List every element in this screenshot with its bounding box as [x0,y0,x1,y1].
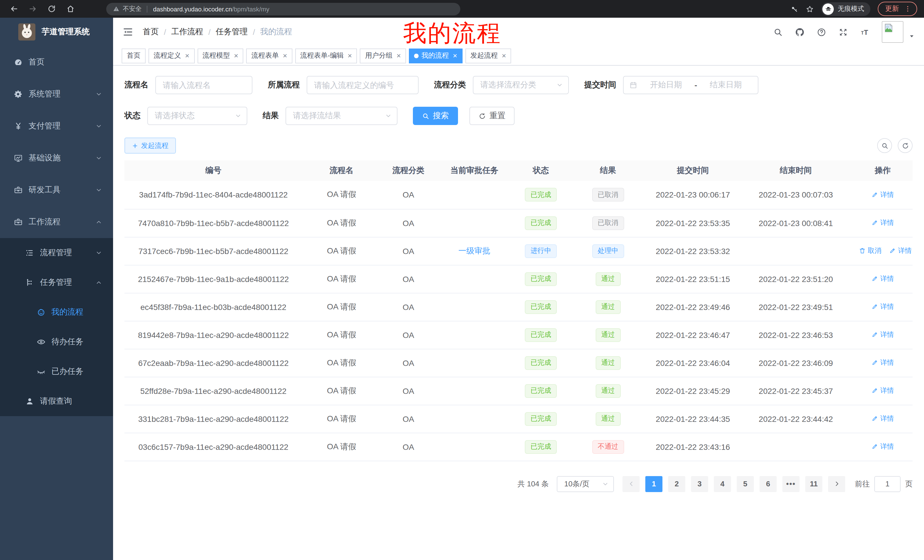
detail-link[interactable]: 详情 [872,302,894,312]
avatar[interactable] [882,21,903,43]
page-button-11[interactable]: 11 [805,476,822,492]
category-select[interactable]: 请选择流程分类 [473,76,569,94]
cell-end-time: 2022-01-22 23:46:53 [739,321,853,349]
result-select[interactable]: 请选择流结果 [285,107,398,125]
filter-label-submit-time: 提交时间 [584,80,616,90]
detail-link[interactable]: 详情 [872,218,894,228]
detail-link[interactable]: 详情 [872,330,894,340]
sidebar-item-11[interactable]: 请假查询 [0,386,113,416]
search-button[interactable]: 搜索 [413,107,458,125]
jump-suffix: 页 [905,479,913,489]
page-button-1[interactable]: 1 [645,476,663,492]
sidebar-item-5[interactable]: 工作流程 [0,206,113,238]
tab-1[interactable]: 流程定义× [148,48,195,63]
tab-close-icon[interactable]: × [234,52,238,59]
browser-update-button[interactable]: 更新 [878,2,917,16]
breadcrumb-item[interactable]: 首页 [143,27,159,37]
avatar-caret-icon[interactable] [909,33,915,39]
tab-close-icon[interactable]: × [502,52,506,59]
jump-page-input[interactable] [874,476,901,492]
page-button-2[interactable]: 2 [668,476,685,492]
cell-task [436,349,513,377]
tab-6[interactable]: 我的流程× [409,48,462,63]
tab-7[interactable]: 发起流程× [465,48,511,63]
sidebar-item-7[interactable]: 任务管理 [0,268,113,297]
browser-menu-dots-icon[interactable] [904,5,911,13]
create-process-button[interactable]: 发起流程 [124,138,176,154]
tab-close-icon[interactable]: × [348,52,352,59]
cell-result: 通过 [569,405,647,433]
refresh-table-button[interactable] [898,138,913,153]
tab-3[interactable]: 流程表单× [246,48,292,63]
tab-close-icon[interactable]: × [185,52,189,59]
sidebar-item-6[interactable]: 流程管理 [0,238,113,268]
sidebar-item-10[interactable]: 已办任务 [0,357,113,386]
detail-link[interactable]: 详情 [872,358,894,368]
detail-link[interactable]: 详情 [872,442,894,452]
process-name-input[interactable] [155,76,252,94]
cancel-link[interactable]: 取消 [859,246,882,256]
breadcrumb-item[interactable]: 任务管理 [216,27,248,37]
github-icon[interactable] [795,27,805,37]
security-label[interactable]: 不安全 [123,4,142,13]
sidebar-item-2[interactable]: 支付管理 [0,110,113,142]
status-badge: 通过 [596,384,621,398]
status-select[interactable]: 请选择状态 [147,107,247,125]
browser-forward-icon[interactable] [26,2,39,16]
help-icon[interactable] [817,27,826,37]
sidebar-item-4[interactable]: 研发工具 [0,174,113,206]
sidebar-item-1[interactable]: 系统管理 [0,78,113,110]
column-header: 流程名 [302,160,381,181]
password-key-icon[interactable] [790,5,798,13]
tab-5[interactable]: 用户分组× [360,48,406,63]
status-badge: 通过 [596,300,621,314]
detail-link[interactable]: 详情 [872,386,894,395]
page-button-4[interactable]: 4 [714,476,731,492]
op-label: 详情 [880,330,894,340]
detail-link[interactable]: 详情 [872,190,894,199]
tab-close-icon[interactable]: × [453,52,457,59]
next-page-button[interactable] [828,476,845,492]
browser-home-icon[interactable] [63,2,77,16]
browser-reload-icon[interactable] [45,2,58,16]
browser-back-icon[interactable] [7,2,21,16]
sidebar-item-9[interactable]: 待办任务 [0,327,113,357]
cell-id: 819442e8-7b9a-11ec-a290-acde48001122 [124,321,302,349]
header-search-icon[interactable] [773,27,783,37]
workflow-submenu: 流程管理任务管理我的流程待办任务已办任务请假查询 [0,238,113,416]
address-bar[interactable]: 不安全 dashboard.yudao.iocoder.cn/bpm/task/… [106,3,460,15]
tab-4[interactable]: 流程表单-编辑× [295,48,357,63]
tab-close-icon[interactable]: × [283,52,287,59]
breadcrumb-item[interactable]: 工作流程 [171,27,203,37]
sidebar-toggle-icon[interactable] [122,26,134,38]
sidebar-item-3[interactable]: 基础设施 [0,142,113,174]
sidebar-logo-row[interactable]: 芋道管理系统 [0,18,113,46]
page-size-select[interactable]: 10条/页 [557,476,614,492]
task-link[interactable]: 一级审批 [458,246,490,255]
page-more-button[interactable]: ••• [782,476,800,492]
url-path: /bpm/task/my [232,5,269,12]
submit-time-range-picker[interactable]: 开始日期 - 结束日期 [623,76,758,94]
cell-operations: 详情 [853,321,913,349]
detail-link[interactable]: 详情 [872,414,894,424]
bookmark-star-icon[interactable] [806,5,814,13]
toggle-search-button[interactable] [877,138,892,153]
sidebar-item-8[interactable]: 我的流程 [0,297,113,327]
sidebar-item-0[interactable]: 首页 [0,46,113,78]
detail-link[interactable]: 详情 [872,274,894,284]
fullscreen-icon[interactable] [838,27,848,37]
security-warning-icon[interactable] [113,6,119,12]
font-size-icon[interactable]: TT [860,27,870,37]
tab-0[interactable]: 首页 [122,48,146,63]
page-button-5[interactable]: 5 [736,476,754,492]
process-definition-input[interactable] [307,76,418,94]
incognito-badge[interactable]: 无痕模式 [821,2,870,16]
tab-close-icon[interactable]: × [397,52,401,59]
prev-page-button[interactable] [622,476,640,492]
reset-button[interactable]: 重置 [470,107,514,125]
tab-2[interactable]: 流程模型× [197,48,243,63]
cell-id: ec45f38f-7b9a-11ec-b03b-acde48001122 [124,293,302,321]
detail-link[interactable]: 详情 [890,246,912,256]
page-button-6[interactable]: 6 [759,476,777,492]
page-button-3[interactable]: 3 [691,476,708,492]
